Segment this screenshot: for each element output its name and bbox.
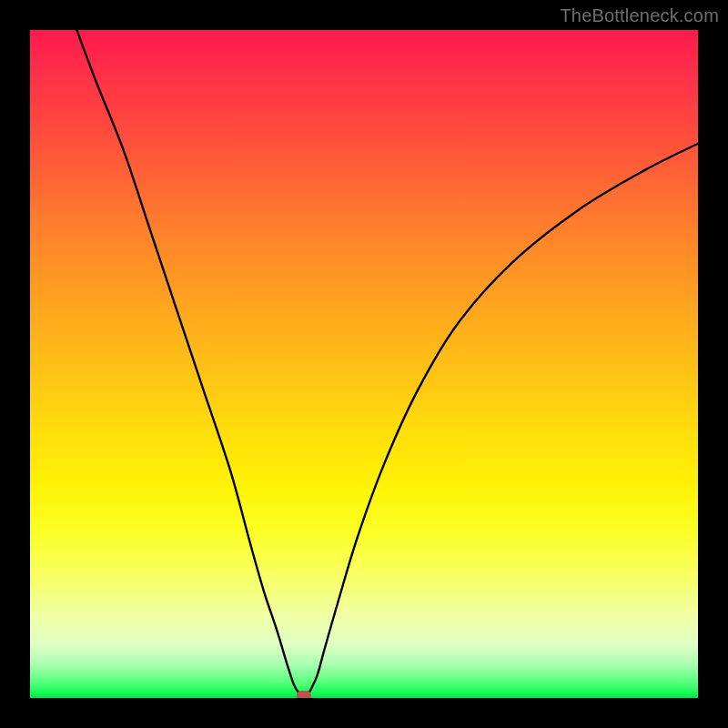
optimal-marker: [297, 691, 311, 698]
chart-frame: TheBottleneck.com: [0, 0, 728, 728]
watermark-text: TheBottleneck.com: [560, 5, 719, 26]
bottleneck-curve: [30, 30, 698, 698]
plot-area: [30, 30, 698, 698]
